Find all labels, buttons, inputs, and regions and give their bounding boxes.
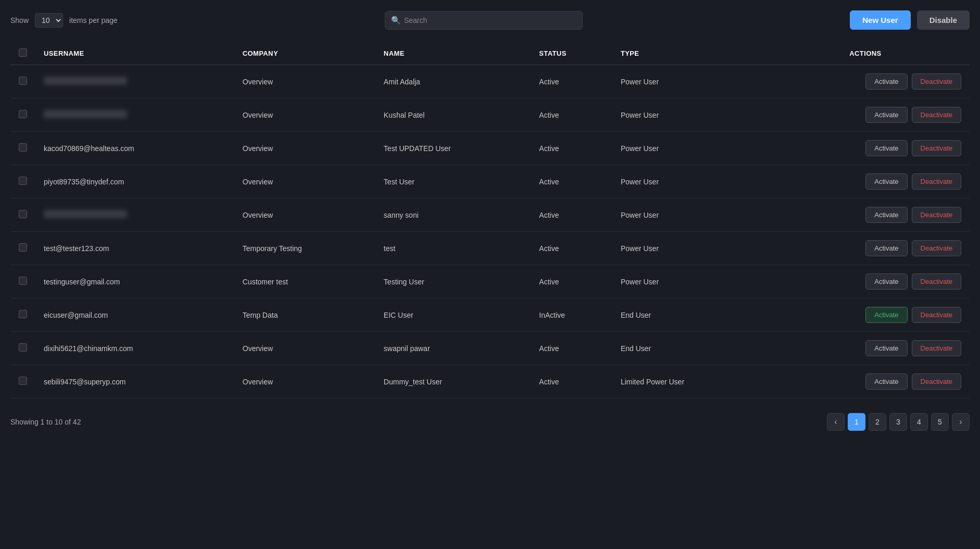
items-per-page-select[interactable]: 10 25 50 [35,13,63,28]
type-cell: Power User [612,65,761,98]
row-checkbox[interactable] [19,343,27,352]
type-cell: Power User [612,232,761,265]
actions-cell: ActivateDeactivate [761,232,970,265]
row-checkbox-cell [10,298,35,332]
activate-button[interactable]: Activate [865,340,907,356]
new-user-button[interactable]: New User [850,10,910,30]
row-checkbox[interactable] [19,77,27,85]
header-checkbox[interactable] [19,48,27,57]
pagination-controls: ‹ 1 2 3 4 5 › [827,413,970,431]
deactivate-button[interactable]: Deactivate [912,273,961,290]
status-cell: Active [531,332,612,365]
page-4-button[interactable]: 4 [910,413,928,431]
row-checkbox[interactable] [19,110,27,118]
status-cell: Active [531,365,612,398]
company-cell: Overview [234,198,375,232]
table-row: test@tester123.comTemporary TestingtestA… [10,232,970,265]
deactivate-button[interactable]: Deactivate [912,240,961,256]
status-cell: Active [531,165,612,198]
deactivate-button[interactable]: Deactivate [912,107,961,123]
actions-cell: ActivateDeactivate [761,98,970,132]
company-cell: Temporary Testing [234,232,375,265]
actions-cell: ActivateDeactivate [761,332,970,365]
showing-text: Showing 1 to 10 of 42 [10,418,81,426]
row-checkbox[interactable] [19,310,27,318]
username-cell: testinguser@gmail.com [35,265,234,298]
page-3-button[interactable]: 3 [889,413,907,431]
name-cell: sanny soni [375,198,531,232]
table-row: Overviewsanny soniActivePower UserActiva… [10,198,970,232]
header-checkbox-col [10,42,35,65]
deactivate-button[interactable]: Deactivate [912,207,961,223]
search-input[interactable] [385,11,583,30]
items-per-page-label: items per page [69,16,118,24]
activate-button[interactable]: Activate [865,73,907,90]
row-checkbox[interactable] [19,243,27,252]
row-checkbox[interactable] [19,143,27,152]
row-checkbox[interactable] [19,177,27,185]
actions-cell: ActivateDeactivate [761,298,970,332]
username-cell [35,98,234,132]
actions-cell: ActivateDeactivate [761,65,970,98]
activate-button[interactable]: Activate [865,173,907,190]
disable-button[interactable]: Disable [917,10,970,30]
status-cell: Active [531,198,612,232]
type-cell: Power User [612,132,761,165]
deactivate-button[interactable]: Deactivate [912,340,961,356]
next-page-button[interactable]: › [952,413,970,431]
username-cell: sebili9475@superyp.com [35,365,234,398]
activate-button[interactable]: Activate [865,140,907,156]
prev-page-button[interactable]: ‹ [827,413,845,431]
actions-cell: ActivateDeactivate [761,198,970,232]
deactivate-button[interactable]: Deactivate [912,73,961,90]
page-2-button[interactable]: 2 [869,413,886,431]
company-cell: Overview [234,98,375,132]
name-cell: Amit Adalja [375,65,531,98]
table-row: dixihi5621@chinamkm.comOverviewswapnil p… [10,332,970,365]
page-5-button[interactable]: 5 [931,413,949,431]
type-cell: Power User [612,198,761,232]
username-cell: test@tester123.com [35,232,234,265]
table-header-row: USERNAME COMPANY NAME STATUS TYPE ACTION… [10,42,970,65]
username-cell: eicuser@gmail.com [35,298,234,332]
username-cell [35,198,234,232]
name-cell: Testing User [375,265,531,298]
row-checkbox-cell [10,198,35,232]
activate-button[interactable]: Activate [865,273,907,290]
pagination-bar: Showing 1 to 10 of 42 ‹ 1 2 3 4 5 › [10,413,970,431]
row-checkbox-cell [10,165,35,198]
header-actions: ACTIONS [761,42,970,65]
type-cell: Power User [612,265,761,298]
name-cell: test [375,232,531,265]
type-cell: Power User [612,98,761,132]
status-cell: Active [531,98,612,132]
company-cell: Overview [234,165,375,198]
activate-button[interactable]: Activate [865,240,907,256]
username-cell: piyot89735@tinydef.com [35,165,234,198]
name-cell: Test User [375,165,531,198]
search-wrapper: 🔍 [385,11,583,30]
activate-button[interactable]: Activate [865,373,907,390]
type-cell: End User [612,332,761,365]
users-table-container: USERNAME COMPANY NAME STATUS TYPE ACTION… [10,42,970,398]
row-checkbox[interactable] [19,277,27,285]
type-cell: End User [612,298,761,332]
table-row: sebili9475@superyp.comOverviewDummy_test… [10,365,970,398]
actions-cell: ActivateDeactivate [761,265,970,298]
username-cell [35,65,234,98]
deactivate-button[interactable]: Deactivate [912,307,961,323]
row-checkbox[interactable] [19,210,27,218]
show-label: Show [10,16,29,24]
actions-cell: ActivateDeactivate [761,365,970,398]
page-1-button[interactable]: 1 [848,413,865,431]
actions-cell: ActivateDeactivate [761,165,970,198]
activate-button[interactable]: Activate [865,307,907,323]
activate-button[interactable]: Activate [865,107,907,123]
activate-button[interactable]: Activate [865,207,907,223]
status-cell: Active [531,132,612,165]
row-checkbox[interactable] [19,377,27,385]
deactivate-button[interactable]: Deactivate [912,173,961,190]
deactivate-button[interactable]: Deactivate [912,373,961,390]
company-cell: Overview [234,365,375,398]
deactivate-button[interactable]: Deactivate [912,140,961,156]
